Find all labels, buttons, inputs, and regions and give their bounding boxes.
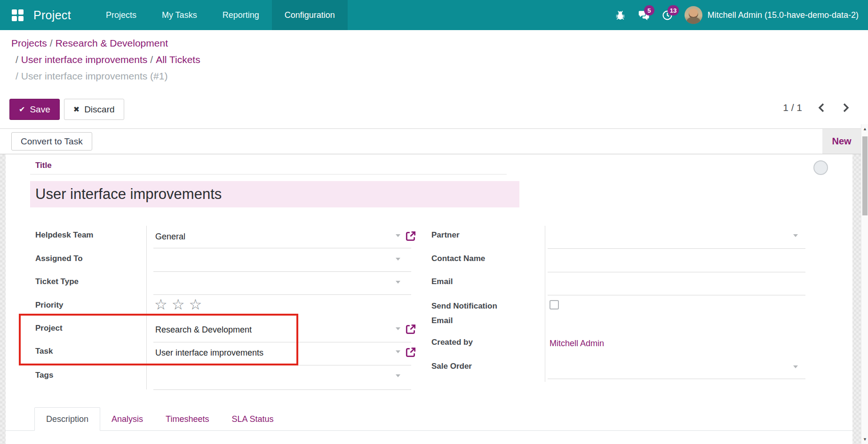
scroll-up-icon[interactable]: ▲	[861, 126, 868, 132]
external-link-icon[interactable]	[405, 346, 417, 358]
check-icon: ✔	[19, 105, 25, 114]
scroll-down-icon[interactable]: ▼	[861, 436, 868, 443]
dropdown-caret-icon[interactable]	[396, 327, 400, 330]
dropdown-caret-icon[interactable]	[396, 374, 400, 377]
field-underline	[548, 295, 805, 295]
dropdown-caret-icon[interactable]	[396, 281, 400, 284]
star-icon[interactable]: ☆	[172, 296, 189, 313]
field-label-contact-name: Contact Name	[431, 253, 512, 265]
title-field-label: Title	[35, 161, 52, 170]
title-label-underline	[30, 174, 507, 174]
pager-counter: 1 / 1	[783, 102, 802, 113]
menu-item-reporting[interactable]: Reporting	[210, 0, 272, 30]
menu-item-my-tasks[interactable]: My Tasks	[149, 0, 210, 30]
pager-next-button[interactable]	[841, 102, 851, 113]
discard-button[interactable]: ✖ Discard	[64, 99, 124, 120]
breadcrumb-row-3: /User interface improvements (#1)	[11, 68, 200, 84]
dropdown-caret-icon[interactable]	[396, 350, 400, 353]
field-value-task[interactable]: User interface improvements	[155, 347, 263, 359]
navbar-right: 5 13 Mitchell Admin (15.0-have-demo-data…	[614, 6, 859, 24]
field-value-created-by[interactable]: Mitchell Admin	[549, 337, 604, 349]
scrollbar-thumb[interactable]	[862, 136, 868, 215]
send-notification-email-checkbox[interactable]	[549, 300, 559, 309]
star-icon[interactable]: ☆	[154, 296, 172, 313]
field-underline	[153, 365, 411, 365]
field-label-tags: Tags	[35, 369, 143, 381]
field-underline	[153, 342, 411, 342]
field-label-ticket-type: Ticket Type	[35, 276, 143, 288]
tab-sla-status[interactable]: SLA Status	[220, 407, 285, 431]
tab-description[interactable]: Description	[34, 407, 100, 431]
field-label-priority: Priority	[35, 299, 143, 311]
title-input[interactable]: User interface improvements	[30, 181, 519, 207]
field-underline	[548, 248, 805, 249]
breadcrumb-separator: /	[47, 38, 56, 48]
chevron-left-icon	[817, 103, 826, 113]
field-underline	[153, 389, 411, 390]
breadcrumb-link-rnd[interactable]: Research & Development	[56, 38, 168, 48]
field-value-helpdesk-team[interactable]: General	[155, 230, 185, 243]
dropdown-caret-icon[interactable]	[793, 234, 798, 237]
app-window: Project Projects My Tasks Reporting Conf…	[0, 0, 868, 444]
form-action-buttons: ✔ Save ✖ Discard	[9, 99, 124, 120]
breadcrumb-row-1: Projects/Research & Development	[11, 35, 200, 51]
breadcrumb: Projects/Research & Development /User in…	[11, 35, 200, 84]
breadcrumb-current: User interface improvements (#1)	[21, 71, 168, 81]
activities-count-badge: 13	[668, 5, 679, 16]
debug-bug-icon[interactable]	[614, 8, 627, 22]
priority-stars[interactable]: ☆☆☆	[154, 298, 206, 312]
field-label-partner: Partner	[431, 229, 512, 241]
messages-count-badge: 5	[644, 5, 654, 16]
user-avatar	[685, 6, 702, 24]
breadcrumb-separator: /	[16, 71, 21, 81]
user-menu[interactable]: Mitchell Admin (15.0-have-demo-data-2)	[685, 6, 859, 24]
stage-button-new[interactable]: New	[822, 129, 861, 154]
menu-item-projects[interactable]: Projects	[93, 0, 149, 30]
bug-icon	[615, 10, 626, 21]
external-link-icon[interactable]	[405, 230, 417, 242]
notebook-tabs: Description Analysis Timesheets SLA Stat…	[6, 407, 852, 431]
dropdown-caret-icon[interactable]	[396, 234, 400, 237]
apps-grid-icon[interactable]	[12, 9, 24, 21]
breadcrumb-separator: /	[16, 54, 21, 65]
menu-item-configuration[interactable]: Configuration	[272, 0, 348, 30]
tab-analysis[interactable]: Analysis	[100, 407, 154, 431]
app-name[interactable]: Project	[33, 8, 71, 22]
breadcrumb-link-ui-improvements[interactable]: User interface improvements	[21, 54, 147, 65]
field-label-assigned-to: Assigned To	[35, 253, 143, 265]
field-underline	[548, 379, 805, 379]
breadcrumb-link-all-tickets[interactable]: All Tickets	[156, 54, 200, 65]
user-name: Mitchell Admin (15.0-have-demo-data-2)	[708, 10, 859, 20]
field-underline	[153, 248, 411, 248]
external-link-icon[interactable]	[405, 323, 417, 335]
breadcrumb-row-2: /User interface improvements/All Tickets	[11, 51, 200, 68]
pager-previous-button[interactable]	[816, 102, 827, 113]
field-label-project: Project	[35, 322, 143, 334]
dropdown-caret-icon[interactable]	[793, 365, 798, 368]
field-label-task: Task	[35, 345, 143, 357]
vertical-scrollbar[interactable]: ▲ ▼	[861, 124, 868, 444]
save-button-label: Save	[30, 104, 50, 115]
messages-button[interactable]: 5	[637, 8, 651, 22]
field-underline	[153, 271, 411, 272]
convert-to-task-button[interactable]: Convert to Task	[11, 132, 92, 151]
breadcrumb-link-projects[interactable]: Projects	[11, 38, 47, 48]
field-value-project[interactable]: Research & Development	[155, 324, 252, 336]
title-input-value: User interface improvements	[30, 186, 222, 203]
activities-button[interactable]: 13	[661, 8, 674, 22]
field-underline	[548, 272, 805, 272]
field-label-sale-order: Sale Order	[431, 360, 512, 373]
chevron-right-icon	[842, 103, 850, 113]
right-column-separator	[545, 226, 545, 382]
field-underline	[153, 294, 411, 295]
record-pager: 1 / 1	[783, 102, 851, 113]
save-button[interactable]: ✔ Save	[9, 99, 60, 120]
left-column-separator	[146, 226, 147, 389]
field-label-created-by: Created by	[431, 336, 512, 349]
kanban-state-circle[interactable]	[813, 160, 828, 175]
dropdown-caret-icon[interactable]	[396, 258, 400, 261]
tab-timesheets[interactable]: Timesheets	[154, 407, 220, 431]
top-navbar: Project Projects My Tasks Reporting Conf…	[0, 0, 868, 30]
breadcrumb-separator: /	[147, 54, 156, 65]
star-icon[interactable]: ☆	[189, 296, 207, 313]
